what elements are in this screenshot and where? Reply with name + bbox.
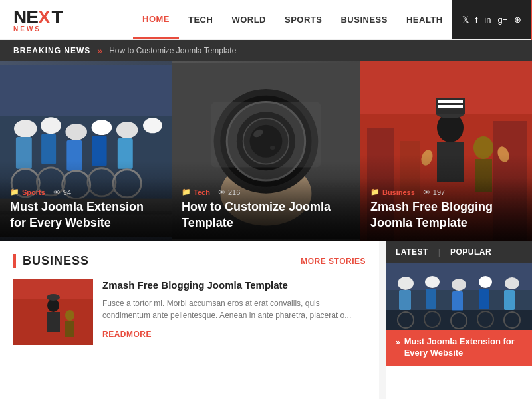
breaking-news-label: BREAKING NEWS: [13, 46, 90, 55]
svg-point-59: [425, 276, 440, 288]
hero-card-1-overlay: 📁 Sports 👁 94 Must Joomla Extension for …: [0, 178, 172, 241]
nav-item-world[interactable]: WORLD: [222, 0, 275, 39]
readmore-link[interactable]: READMORE: [102, 330, 152, 339]
main-nav: HOME TECH WORLD SPORTS BUSINESS HEALTH: [133, 0, 452, 39]
hero-card-2-category: 📁 Tech: [182, 188, 210, 196]
bottom-section: BUSINESS MORE STORIES Zmash Free Bloggin…: [0, 241, 532, 399]
eye-icon-3: 👁: [423, 188, 430, 196]
svg-rect-66: [479, 289, 489, 309]
rss-icon[interactable]: ⊕: [514, 15, 521, 25]
facebook-icon[interactable]: f: [475, 15, 478, 25]
hero-card-1[interactable]: 📁 Sports 👁 94 Must Joomla Extension for …: [0, 61, 172, 241]
social-bar: 𝕏 f in g+ ⊕: [452, 0, 532, 39]
hero-card-1-views: 👁 94: [53, 188, 71, 196]
hero-card-2-overlay: 📁 Tech 👁 216 How to Customize Joomla Tem…: [172, 178, 360, 241]
svg-rect-64: [426, 289, 436, 309]
logo-area: NEXT NEWS: [0, 7, 133, 33]
sidebar-header: LATEST | POPULAR: [386, 241, 532, 263]
hero-card-2[interactable]: 📁 Tech 👁 216 How to Customize Joomla Tem…: [172, 61, 360, 241]
hero-card-1-meta: 📁 Sports 👁 94: [10, 188, 162, 196]
svg-point-4: [65, 124, 86, 140]
svg-point-52: [47, 294, 60, 301]
sidebar-image[interactable]: [386, 263, 532, 330]
eye-icon: 👁: [53, 188, 61, 196]
hero-section: 📁 Sports 👁 94 Must Joomla Extension for …: [0, 61, 532, 241]
svg-rect-42: [438, 105, 463, 108]
hero-card-1-category: 📁 Sports: [10, 188, 45, 196]
hero-card-3-title: Zmash Free Blogging Joomla Template: [370, 200, 522, 231]
linkedin-icon[interactable]: in: [484, 15, 491, 25]
breaking-news-text[interactable]: How to Customize Joomla Template: [109, 46, 236, 55]
section-title: BUSINESS: [23, 254, 89, 268]
svg-rect-55: [65, 321, 74, 337]
sidebar-tab-divider: |: [438, 247, 440, 257]
hero-card-1-title: Must Joomla Extension for Every Website: [10, 200, 162, 231]
svg-rect-9: [41, 134, 56, 164]
svg-rect-67: [504, 290, 515, 310]
article-thumbnail[interactable]: [13, 279, 93, 345]
svg-rect-41: [438, 100, 463, 103]
svg-point-60: [452, 279, 466, 291]
sidebar-tab-latest[interactable]: LATEST: [396, 247, 428, 257]
sidebar-article[interactable]: » Must Joomla Extension for Every Websit…: [386, 330, 532, 366]
folder-icon-2: 📁: [182, 188, 191, 196]
more-stories-link[interactable]: MORE STORIES: [301, 257, 366, 266]
nav-item-home[interactable]: HOME: [133, 0, 179, 39]
folder-icon: 📁: [10, 188, 19, 196]
svg-rect-65: [452, 291, 463, 311]
article-excerpt: Fusce a tortor mi. Morbi accumsan eros a…: [102, 297, 366, 321]
hero-card-2-views: 👁 216: [218, 188, 240, 196]
hero-card-3-category: 📁 Business: [370, 188, 415, 196]
hero-card-3-meta: 📁 Business 👁 197: [370, 188, 522, 196]
breaking-separator: »: [97, 45, 102, 56]
hero-card-3[interactable]: 📁 Business 👁 197 Zmash Free Blogging Joo…: [360, 61, 532, 241]
svg-point-58: [398, 277, 414, 290]
svg-point-3: [41, 117, 61, 134]
logo-subtext: NEWS: [13, 25, 120, 33]
nav-item-business[interactable]: BUSINESS: [331, 0, 396, 39]
svg-point-61: [479, 276, 492, 288]
article-content: Zmash Free Blogging Joomla Template Fusc…: [102, 279, 366, 345]
svg-point-5: [92, 120, 112, 135]
googleplus-icon[interactable]: g+: [497, 15, 507, 25]
nav-item-tech[interactable]: TECH: [179, 0, 222, 39]
nav-item-sports[interactable]: SPORTS: [275, 0, 331, 39]
svg-rect-31: [211, 102, 321, 168]
twitter-icon[interactable]: 𝕏: [462, 15, 469, 25]
hero-card-2-title: How to Customize Joomla Template: [182, 200, 350, 231]
svg-point-2: [14, 120, 37, 138]
section-header: BUSINESS MORE STORIES: [13, 254, 366, 268]
svg-point-6: [116, 122, 138, 138]
sidebar: LATEST | POPULAR: [386, 241, 532, 399]
svg-rect-63: [399, 290, 411, 310]
article-title[interactable]: Zmash Free Blogging Joomla Template: [102, 279, 366, 292]
site-logo[interactable]: NEXT NEWS: [13, 7, 120, 33]
hero-card-3-overlay: 📁 Business 👁 197 Zmash Free Blogging Joo…: [360, 178, 532, 241]
svg-point-62: [505, 277, 519, 289]
breaking-news-bar: BREAKING NEWS » How to Customize Joomla …: [0, 40, 532, 61]
hero-card-2-meta: 📁 Tech 👁 216: [182, 188, 350, 196]
folder-icon-3: 📁: [370, 188, 380, 196]
arrow-icon: »: [396, 338, 400, 348]
hero-card-3-views: 👁 197: [423, 188, 445, 196]
business-section: BUSINESS MORE STORIES Zmash Free Bloggin…: [0, 241, 379, 399]
header: NEXT NEWS HOME TECH WORLD SPORTS BUSINES…: [0, 0, 532, 40]
article-row: Zmash Free Blogging Joomla Template Fusc…: [13, 279, 366, 345]
eye-icon-2: 👁: [218, 188, 225, 196]
svg-rect-73: [386, 310, 532, 330]
nav-item-health[interactable]: HEALTH: [397, 0, 452, 39]
svg-rect-53: [47, 312, 60, 332]
svg-point-7: [143, 118, 162, 133]
sidebar-article-title: » Must Joomla Extension for Every Websit…: [396, 336, 522, 359]
sidebar-tab-popular[interactable]: POPULAR: [450, 247, 491, 257]
svg-point-54: [65, 310, 74, 321]
